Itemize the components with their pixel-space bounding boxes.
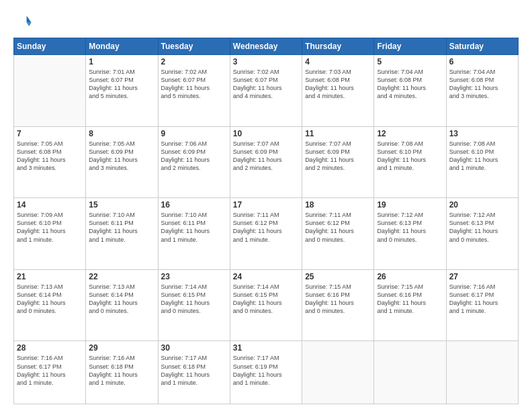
- day-number: 14: [17, 200, 83, 210]
- header: [13, 12, 519, 31]
- calendar-cell: [14, 55, 86, 127]
- day-number: 1: [89, 57, 154, 66]
- calendar-week-row: 21Sunrise: 7:13 AM Sunset: 6:14 PM Dayli…: [14, 269, 519, 341]
- calendar-cell: 11Sunrise: 7:07 AM Sunset: 6:09 PM Dayli…: [302, 126, 374, 198]
- day-number: 9: [161, 129, 227, 138]
- day-number: 30: [161, 343, 227, 353]
- svg-marker-1: [27, 22, 32, 26]
- day-info: Sunrise: 7:16 AM Sunset: 6:18 PM Dayligh…: [89, 354, 154, 387]
- day-info: Sunrise: 7:07 AM Sunset: 6:09 PM Dayligh…: [233, 140, 299, 173]
- day-info: Sunrise: 7:16 AM Sunset: 6:17 PM Dayligh…: [17, 354, 83, 387]
- day-info: Sunrise: 7:17 AM Sunset: 6:18 PM Dayligh…: [161, 354, 227, 387]
- calendar-header-wednesday: Wednesday: [230, 38, 302, 55]
- calendar-cell: 31Sunrise: 7:17 AM Sunset: 6:19 PM Dayli…: [230, 341, 302, 404]
- day-number: 22: [89, 272, 154, 281]
- calendar-cell: 26Sunrise: 7:15 AM Sunset: 6:16 PM Dayli…: [374, 269, 446, 341]
- day-info: Sunrise: 7:16 AM Sunset: 6:17 PM Dayligh…: [449, 283, 515, 316]
- calendar-cell: 19Sunrise: 7:12 AM Sunset: 6:13 PM Dayli…: [374, 198, 446, 270]
- day-info: Sunrise: 7:05 AM Sunset: 6:08 PM Dayligh…: [17, 140, 83, 173]
- calendar-header-sunday: Sunday: [14, 38, 86, 55]
- day-number: 27: [449, 272, 515, 281]
- day-number: 20: [449, 200, 515, 210]
- svg-marker-0: [27, 16, 32, 23]
- calendar-cell: 17Sunrise: 7:11 AM Sunset: 6:12 PM Dayli…: [230, 198, 302, 270]
- calendar-cell: 2Sunrise: 7:02 AM Sunset: 6:07 PM Daylig…: [158, 55, 230, 127]
- day-info: Sunrise: 7:15 AM Sunset: 6:16 PM Dayligh…: [377, 283, 443, 316]
- calendar-cell: 15Sunrise: 7:10 AM Sunset: 6:11 PM Dayli…: [86, 198, 158, 270]
- calendar-header-monday: Monday: [86, 38, 158, 55]
- day-info: Sunrise: 7:03 AM Sunset: 6:08 PM Dayligh…: [305, 68, 371, 101]
- calendar-week-row: 1Sunrise: 7:01 AM Sunset: 6:07 PM Daylig…: [14, 55, 519, 127]
- calendar-week-row: 7Sunrise: 7:05 AM Sunset: 6:08 PM Daylig…: [14, 126, 519, 198]
- day-number: 7: [17, 129, 83, 138]
- day-info: Sunrise: 7:13 AM Sunset: 6:14 PM Dayligh…: [17, 283, 83, 316]
- day-number: 6: [449, 57, 515, 66]
- calendar-cell: 28Sunrise: 7:16 AM Sunset: 6:17 PM Dayli…: [14, 341, 86, 404]
- day-info: Sunrise: 7:14 AM Sunset: 6:15 PM Dayligh…: [233, 283, 299, 316]
- calendar-cell: 7Sunrise: 7:05 AM Sunset: 6:08 PM Daylig…: [14, 126, 86, 198]
- day-info: Sunrise: 7:11 AM Sunset: 6:12 PM Dayligh…: [233, 211, 299, 244]
- day-info: Sunrise: 7:17 AM Sunset: 6:19 PM Dayligh…: [233, 354, 299, 387]
- calendar-cell: 1Sunrise: 7:01 AM Sunset: 6:07 PM Daylig…: [86, 55, 158, 127]
- calendar-cell: 24Sunrise: 7:14 AM Sunset: 6:15 PM Dayli…: [230, 269, 302, 341]
- day-info: Sunrise: 7:13 AM Sunset: 6:14 PM Dayligh…: [89, 283, 154, 316]
- calendar-cell: [374, 341, 446, 404]
- day-info: Sunrise: 7:10 AM Sunset: 6:11 PM Dayligh…: [89, 211, 154, 244]
- calendar-week-row: 14Sunrise: 7:09 AM Sunset: 6:10 PM Dayli…: [14, 198, 519, 270]
- day-info: Sunrise: 7:04 AM Sunset: 6:08 PM Dayligh…: [449, 68, 515, 101]
- day-number: 21: [17, 272, 83, 281]
- day-number: 4: [305, 57, 371, 66]
- calendar-cell: 8Sunrise: 7:05 AM Sunset: 6:09 PM Daylig…: [86, 126, 158, 198]
- day-number: 18: [305, 200, 371, 210]
- day-number: 23: [161, 272, 227, 281]
- day-number: 28: [17, 343, 83, 353]
- day-info: Sunrise: 7:10 AM Sunset: 6:11 PM Dayligh…: [161, 211, 227, 244]
- day-number: 10: [233, 129, 299, 138]
- calendar-table: SundayMondayTuesdayWednesdayThursdayFrid…: [13, 38, 519, 404]
- calendar-cell: 9Sunrise: 7:06 AM Sunset: 6:09 PM Daylig…: [158, 126, 230, 198]
- day-info: Sunrise: 7:11 AM Sunset: 6:12 PM Dayligh…: [305, 211, 371, 244]
- logo: [13, 12, 35, 31]
- day-info: Sunrise: 7:15 AM Sunset: 6:16 PM Dayligh…: [305, 283, 371, 316]
- day-number: 16: [161, 200, 227, 210]
- calendar-header-thursday: Thursday: [302, 38, 374, 55]
- calendar-header-row: SundayMondayTuesdayWednesdayThursdayFrid…: [14, 38, 519, 55]
- calendar-cell: 22Sunrise: 7:13 AM Sunset: 6:14 PM Dayli…: [86, 269, 158, 341]
- day-info: Sunrise: 7:04 AM Sunset: 6:08 PM Dayligh…: [377, 68, 443, 101]
- day-number: 2: [161, 57, 227, 66]
- day-info: Sunrise: 7:09 AM Sunset: 6:10 PM Dayligh…: [17, 211, 83, 244]
- day-info: Sunrise: 7:14 AM Sunset: 6:15 PM Dayligh…: [161, 283, 227, 316]
- calendar-cell: 3Sunrise: 7:02 AM Sunset: 6:07 PM Daylig…: [230, 55, 302, 127]
- day-info: Sunrise: 7:02 AM Sunset: 6:07 PM Dayligh…: [161, 68, 227, 101]
- calendar-cell: 21Sunrise: 7:13 AM Sunset: 6:14 PM Dayli…: [14, 269, 86, 341]
- day-number: 5: [377, 57, 443, 66]
- calendar-cell: 12Sunrise: 7:08 AM Sunset: 6:10 PM Dayli…: [374, 126, 446, 198]
- calendar-cell: 23Sunrise: 7:14 AM Sunset: 6:15 PM Dayli…: [158, 269, 230, 341]
- day-number: 11: [305, 129, 371, 138]
- calendar-header-tuesday: Tuesday: [158, 38, 230, 55]
- calendar-cell: 27Sunrise: 7:16 AM Sunset: 6:17 PM Dayli…: [446, 269, 518, 341]
- day-info: Sunrise: 7:12 AM Sunset: 6:13 PM Dayligh…: [377, 211, 443, 244]
- day-number: 29: [89, 343, 154, 353]
- calendar-cell: 20Sunrise: 7:12 AM Sunset: 6:13 PM Dayli…: [446, 198, 518, 270]
- day-info: Sunrise: 7:02 AM Sunset: 6:07 PM Dayligh…: [233, 68, 299, 101]
- logo-icon: [13, 12, 32, 31]
- day-number: 12: [377, 129, 443, 138]
- calendar-cell: 10Sunrise: 7:07 AM Sunset: 6:09 PM Dayli…: [230, 126, 302, 198]
- day-number: 8: [89, 129, 154, 138]
- day-number: 17: [233, 200, 299, 210]
- calendar-cell: 18Sunrise: 7:11 AM Sunset: 6:12 PM Dayli…: [302, 198, 374, 270]
- day-number: 31: [233, 343, 299, 353]
- calendar-cell: 13Sunrise: 7:08 AM Sunset: 6:10 PM Dayli…: [446, 126, 518, 198]
- calendar-cell: [302, 341, 374, 404]
- calendar-cell: 25Sunrise: 7:15 AM Sunset: 6:16 PM Dayli…: [302, 269, 374, 341]
- calendar-cell: 14Sunrise: 7:09 AM Sunset: 6:10 PM Dayli…: [14, 198, 86, 270]
- day-number: 3: [233, 57, 299, 66]
- calendar-header-friday: Friday: [374, 38, 446, 55]
- calendar-cell: 16Sunrise: 7:10 AM Sunset: 6:11 PM Dayli…: [158, 198, 230, 270]
- day-info: Sunrise: 7:08 AM Sunset: 6:10 PM Dayligh…: [377, 140, 443, 173]
- day-number: 24: [233, 272, 299, 281]
- day-number: 26: [377, 272, 443, 281]
- calendar-header-saturday: Saturday: [446, 38, 518, 55]
- day-info: Sunrise: 7:08 AM Sunset: 6:10 PM Dayligh…: [449, 140, 515, 173]
